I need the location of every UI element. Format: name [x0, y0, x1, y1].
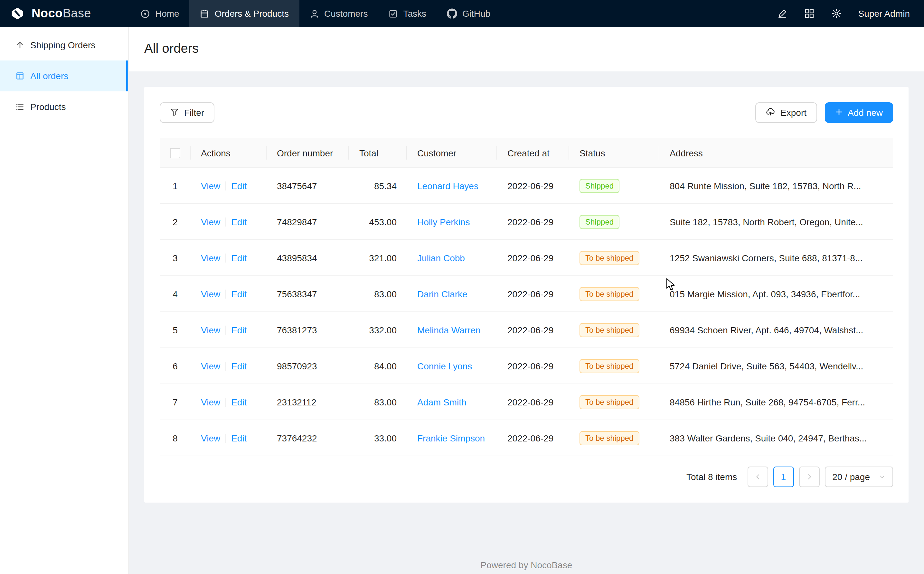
edit-link[interactable]: Edit: [231, 361, 246, 371]
export-button[interactable]: Export: [755, 102, 817, 123]
customer-link[interactable]: Julian Cobb: [417, 252, 465, 263]
sidebar-item-label: Products: [30, 102, 66, 112]
edit-link[interactable]: Edit: [231, 397, 246, 407]
nav-item-tasks[interactable]: Tasks: [378, 0, 437, 27]
customer-link[interactable]: Connie Lyons: [417, 361, 472, 371]
filter-button[interactable]: Filter: [160, 102, 215, 123]
status-cell: To be shipped: [569, 384, 659, 419]
page-size-select[interactable]: 20 / page: [824, 467, 893, 487]
nav-item-customers[interactable]: Customers: [299, 0, 378, 27]
table-body: 1 View Edit 38475647 85.34 Leonard Hayes…: [160, 168, 893, 456]
customer-cell: Melinda Warren: [407, 312, 497, 347]
filter-icon: [170, 107, 179, 118]
customer-link[interactable]: Melinda Warren: [417, 325, 481, 335]
column-header-address: Address: [659, 138, 893, 167]
nav-item-label: GitHub: [462, 8, 490, 19]
app-root: NocoBase Home Orders & Products Customer…: [0, 0, 924, 574]
table-row: 4 View Edit 75638347 83.00 Darin Clarke …: [160, 276, 893, 312]
toolbar-right: Export Add new: [755, 102, 893, 123]
actions-cell: View Edit: [191, 384, 267, 419]
powered-by-footer: Powered by NocoBase: [129, 560, 924, 570]
address-cell: 84856 Hirthe Run, Suite 268, 94754-6705,…: [659, 384, 893, 419]
total-cell: 83.00: [349, 276, 407, 311]
view-link[interactable]: View: [201, 252, 220, 263]
github-icon: [447, 8, 457, 19]
divider: [225, 181, 226, 190]
main-body: Filter Export Add: [129, 71, 924, 518]
customer-link[interactable]: Darin Clarke: [417, 289, 468, 299]
divider: [225, 397, 226, 406]
customer-cell: Adam Smith: [407, 384, 497, 419]
gear-icon[interactable]: [831, 8, 842, 19]
pagination-prev-button[interactable]: [747, 467, 768, 487]
view-link[interactable]: View: [201, 397, 220, 407]
view-link[interactable]: View: [201, 289, 220, 299]
edit-link[interactable]: Edit: [231, 325, 246, 335]
edit-link[interactable]: Edit: [231, 216, 246, 227]
order-number-cell: 23132112: [267, 384, 349, 419]
table-row: 7 View Edit 23132112 83.00 Adam Smith 20…: [160, 384, 893, 420]
created-at-cell: 2022-06-29: [497, 168, 569, 203]
address-cell: 383 Walter Gardens, Suite 040, 24947, Be…: [659, 420, 893, 456]
pen-icon[interactable]: [777, 8, 788, 19]
status-cell: To be shipped: [569, 276, 659, 311]
view-link[interactable]: View: [201, 325, 220, 335]
pagination: Total 8 items 1 20 / page: [160, 467, 893, 487]
view-link[interactable]: View: [201, 180, 220, 191]
page-title: All orders: [144, 41, 908, 56]
cloud-export-icon: [766, 107, 775, 118]
created-at-cell: 2022-06-29: [497, 420, 569, 456]
add-new-button[interactable]: Add new: [824, 102, 893, 123]
filter-button-label: Filter: [184, 107, 204, 118]
status-badge: To be shipped: [580, 251, 639, 265]
edit-link[interactable]: Edit: [231, 289, 246, 299]
edit-link[interactable]: Edit: [231, 252, 246, 263]
nav-item-orders-products[interactable]: Orders & Products: [190, 0, 299, 27]
sidebar-item-products[interactable]: Products: [0, 91, 128, 122]
customer-cell: Frankie Simpson: [407, 420, 497, 456]
sidebar: Shipping Orders All orders Products: [0, 27, 129, 574]
status-cell: Shipped: [569, 168, 659, 203]
column-header-created-at: Created at: [497, 138, 569, 167]
select-all-checkbox[interactable]: [170, 148, 180, 158]
status-cell: To be shipped: [569, 420, 659, 456]
pagination-total: Total 8 items: [686, 472, 737, 482]
table-row: 5 View Edit 76381273 332.00 Melinda Warr…: [160, 312, 893, 348]
status-badge: Shipped: [580, 214, 619, 229]
row-index-cell: 5: [160, 312, 191, 347]
customer-link[interactable]: Adam Smith: [417, 397, 466, 407]
created-at-cell: 2022-06-29: [497, 240, 569, 275]
sidebar-item-all-orders[interactable]: All orders: [0, 60, 128, 91]
address-cell: 1252 Swaniawski Corners, Suite 688, 8137…: [659, 240, 893, 275]
customer-link[interactable]: Leonard Hayes: [417, 180, 479, 191]
orders-icon: [200, 9, 210, 18]
user-menu[interactable]: Super Admin: [858, 8, 910, 19]
customer-cell: Julian Cobb: [407, 240, 497, 275]
pagination-page-1[interactable]: 1: [773, 467, 794, 487]
view-link[interactable]: View: [201, 433, 220, 443]
nav-item-home[interactable]: Home: [130, 0, 190, 27]
view-link[interactable]: View: [201, 361, 220, 371]
orders-table: Actions Order number Total Customer Crea…: [160, 138, 893, 456]
customer-link[interactable]: Frankie Simpson: [417, 433, 485, 443]
sidebar-item-shipping-orders[interactable]: Shipping Orders: [0, 30, 128, 60]
grid-icon[interactable]: [804, 8, 815, 19]
actions-cell: View Edit: [191, 204, 267, 240]
status-cell: To be shipped: [569, 348, 659, 383]
customer-link[interactable]: Holly Perkins: [417, 216, 470, 227]
nav-item-github[interactable]: GitHub: [437, 0, 501, 27]
export-button-label: Export: [780, 107, 807, 118]
page-size-value: 20 / page: [832, 472, 870, 482]
status-badge: To be shipped: [580, 395, 639, 409]
row-index-cell: 3: [160, 240, 191, 275]
total-cell: 85.34: [349, 168, 407, 203]
plus-icon: [835, 107, 843, 118]
total-cell: 83.00: [349, 384, 407, 419]
pagination-next-button[interactable]: [799, 467, 819, 487]
view-link[interactable]: View: [201, 216, 220, 227]
edit-link[interactable]: Edit: [231, 433, 246, 443]
logo[interactable]: NocoBase: [0, 0, 130, 27]
edit-link[interactable]: Edit: [231, 180, 246, 191]
nav-item-label: Orders & Products: [215, 8, 289, 19]
status-badge: To be shipped: [580, 323, 639, 337]
